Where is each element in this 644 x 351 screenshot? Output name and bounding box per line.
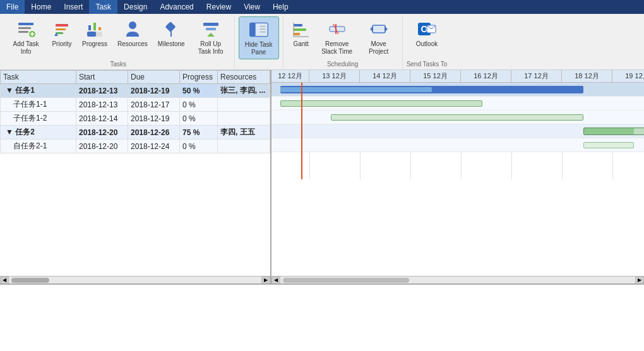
- progress-button[interactable]: Progress: [78, 16, 111, 51]
- menu-design[interactable]: Design: [117, 0, 153, 14]
- task-progress[interactable]: 50 %: [180, 84, 218, 98]
- hide-task-pane-button[interactable]: Hide Task Pane: [239, 16, 279, 59]
- task-start: 2018-12-14: [76, 112, 128, 126]
- task-resources: [218, 112, 270, 126]
- outlook-button[interactable]: O Outlook: [412, 16, 441, 51]
- task-progress: 0 %: [180, 112, 218, 126]
- task-name: ▼ 任务2: [1, 126, 76, 140]
- ribbon: Add Task Info Priority Progress: [0, 14, 644, 70]
- ribbon-group-items-send: O Outlook: [412, 16, 441, 61]
- col-due: Due: [128, 71, 180, 84]
- milestone-label: Milestone: [158, 40, 185, 48]
- progress-label: Progress: [82, 40, 107, 48]
- task-name: 子任务1-2: [1, 112, 76, 126]
- move-project-button[interactable]: Move Project: [359, 16, 398, 58]
- gantt-label: Gantt: [293, 40, 308, 48]
- svg-point-15: [129, 21, 136, 29]
- gantt-icon: [291, 19, 311, 39]
- gantt-scrollbar[interactable]: ◀ ▶: [271, 276, 644, 283]
- gantt-col-1312: 13 12月: [309, 70, 360, 82]
- table-row[interactable]: 子任务1-1 2018-12-13 2018-12-17 0 %: [1, 98, 270, 112]
- gantt-scrollbar-thumb[interactable]: [283, 278, 409, 283]
- today-line: [301, 83, 302, 179]
- ribbon-group-scheduling: Gantt Remove Slack Time Move Project: [283, 16, 403, 69]
- milestone-icon: [161, 19, 181, 39]
- task-name: 自任务2-1: [1, 140, 76, 153]
- gantt-col-1612: 16 12月: [461, 70, 511, 82]
- task-due: 2018-12-19: [128, 112, 180, 126]
- gantt-rows: [271, 83, 644, 179]
- menu-advanced[interactable]: Advanced: [153, 0, 200, 14]
- table-row[interactable]: ▼ 任务2 2018-12-20 2018-12-26 75 % 李四, 王五: [1, 126, 270, 140]
- milestone-button[interactable]: Milestone: [154, 16, 189, 51]
- ribbon-group-items-tasks: Add Task Info Priority Progress: [6, 16, 230, 61]
- gantt-bar-sub11: [280, 100, 482, 107]
- menu-file[interactable]: File: [0, 0, 25, 14]
- gantt-row-sub21[interactable]: [271, 138, 644, 152]
- gantt-bar-sub12: [331, 114, 583, 121]
- gantt-col-1412: 14 12月: [360, 70, 410, 82]
- table-scrollbar[interactable]: ◀ ▶: [0, 276, 270, 283]
- svg-marker-36: [385, 26, 388, 32]
- gantt-bar-task1-progress: [280, 87, 432, 92]
- priority-button[interactable]: Priority: [48, 16, 76, 51]
- col-task: Task: [1, 71, 76, 84]
- gantt-row-sub11[interactable]: [271, 97, 644, 110]
- svg-rect-26: [294, 24, 302, 27]
- task-start: 2018-12-20: [76, 140, 128, 153]
- scroll-left[interactable]: ◀: [0, 277, 9, 284]
- task-due: 2018-12-26: [128, 126, 180, 140]
- svg-rect-6: [56, 24, 68, 27]
- gantt-row-sub12[interactable]: [271, 110, 644, 124]
- gantt-bar-sub21: [583, 142, 634, 148]
- menu-view[interactable]: View: [237, 0, 266, 14]
- ribbon-content: Add Task Info Priority Progress: [0, 14, 644, 69]
- gantt-col-1812: 18 12月: [562, 70, 612, 82]
- svg-rect-0: [18, 23, 33, 25]
- task-table-wrap: Task Start Due Progress Resources ▼ 任务1 …: [0, 70, 271, 283]
- rollup-button[interactable]: Roll Up Task Info: [191, 16, 230, 58]
- menu-task[interactable]: Task: [89, 0, 117, 14]
- gantt-scroll-left[interactable]: ◀: [271, 277, 280, 284]
- gantt-row-task2[interactable]: [271, 124, 644, 138]
- table-row[interactable]: 子任务1-2 2018-12-14 2018-12-19 0 %: [1, 112, 270, 126]
- gantt-row-task1[interactable]: [271, 83, 644, 97]
- hide-task-pane-icon: [249, 20, 269, 40]
- task-resources: [218, 140, 270, 153]
- menu-help[interactable]: Help: [266, 0, 295, 14]
- task-start: 2018-12-20: [76, 126, 128, 140]
- col-resources: Resources: [218, 71, 270, 84]
- scrollbar-thumb[interactable]: [11, 278, 49, 283]
- remove-slack-button[interactable]: Remove Slack Time: [318, 16, 357, 58]
- task-table: Task Start Due Progress Resources ▼ 任务1 …: [0, 70, 270, 153]
- scroll-right[interactable]: ▶: [261, 277, 270, 284]
- ribbon-group-send: O Outlook Send Tasks To: [403, 16, 451, 69]
- priority-label: Priority: [52, 40, 71, 48]
- gantt-scroll-right[interactable]: ▶: [635, 277, 644, 284]
- menu-bar: File Home Insert Task Design Advanced Re…: [0, 0, 644, 14]
- svg-rect-13: [93, 23, 96, 30]
- ribbon-group-pane: Hide Task Pane: [235, 16, 283, 69]
- task-due: 2018-12-17: [128, 98, 180, 112]
- outlook-icon: O: [417, 19, 437, 39]
- gantt-button[interactable]: Gantt: [287, 16, 315, 51]
- task-name: ▼ 任务1: [1, 84, 76, 98]
- add-task-info-button[interactable]: Add Task Info: [6, 16, 45, 58]
- menu-insert[interactable]: Insert: [57, 0, 89, 14]
- col-progress: Progress: [180, 71, 218, 84]
- menu-review[interactable]: Review: [200, 0, 237, 14]
- svg-rect-18: [203, 23, 218, 26]
- scheduling-group-label: Scheduling: [287, 61, 398, 69]
- svg-rect-19: [206, 28, 216, 30]
- move-project-icon: [369, 19, 389, 39]
- task-progress: 0 %: [180, 140, 218, 153]
- resources-button[interactable]: Resources: [114, 16, 152, 51]
- gantt-area: 12 12月 13 12月 14 12月 15 12月 16 12月 17 12…: [271, 70, 644, 283]
- menu-home[interactable]: Home: [25, 0, 57, 14]
- table-row[interactable]: 自任务2-1 2018-12-20 2018-12-24 0 %: [1, 140, 270, 153]
- gantt-col-1212: 12 12月: [271, 70, 309, 82]
- hide-task-pane-label: Hide Task Pane: [243, 41, 275, 56]
- table-row[interactable]: ▼ 任务1 2018-12-13 2018-12-19 50 % 张三, 李四,…: [1, 84, 270, 98]
- main-area: Task Start Due Progress Resources ▼ 任务1 …: [0, 70, 644, 285]
- rollup-label: Roll Up Task Info: [195, 40, 227, 56]
